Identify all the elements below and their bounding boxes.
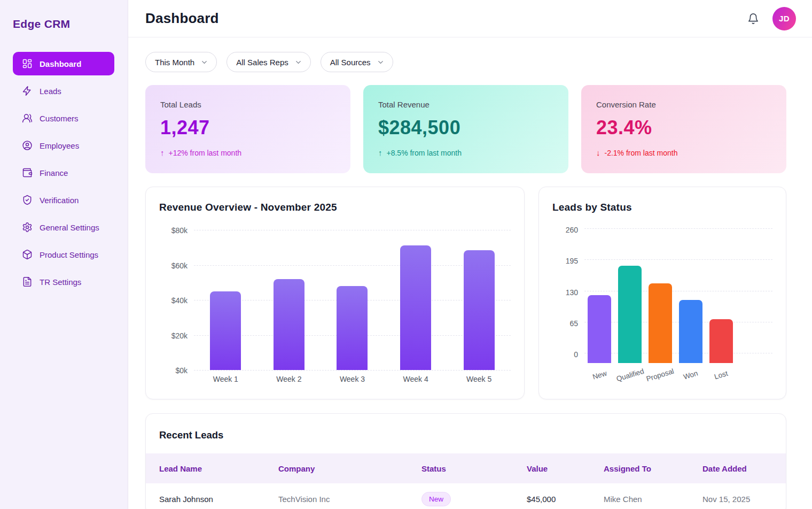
users-icon [22,113,33,124]
filter-label: All Sales Reps [236,58,288,67]
column-header-company: Company [278,464,421,473]
avatar[interactable]: JD [772,7,796,30]
y-axis: $80k$60k$40k$20k$0k [159,230,194,370]
wallet-icon [22,167,33,178]
revenue-bar-week-4 [400,245,431,370]
file-text-icon [22,276,33,287]
sidebar-item-label: Product Settings [40,250,98,259]
y-tick-label: $80k [171,226,188,235]
sidebar-item-label: Verification [40,196,79,205]
x-axis-label: Lost [706,371,736,379]
stat-value: 1,247 [160,116,335,140]
filter-bar: This MonthAll Sales RepsAll Sources [145,52,786,72]
y-tick-label: $20k [171,331,188,341]
charts-row: Revenue Overview - November 2025 $80k$60… [145,187,786,399]
trend-down-arrow-icon: ↓ [596,148,600,157]
x-axis-label: Proposal [645,371,676,379]
table-row[interactable]: Sarah JohnsonTechVision IncNew$45,000Mik… [146,483,786,509]
filter-label: All Sources [330,58,371,67]
trend-text: +8.5% from last month [387,149,462,157]
revenue-bar-week-5 [464,250,495,370]
column-header-assigned-to: Assigned To [604,464,702,473]
trend-up-arrow-icon: ↑ [378,148,382,157]
y-tick-label: $40k [171,296,188,305]
x-axis-label: Week 4 [384,375,448,383]
filter-this-month[interactable]: This Month [145,52,217,72]
y-tick-label: 195 [566,256,578,266]
gridline [194,370,511,371]
stat-value: $284,500 [378,116,553,140]
sidebar-item-general-settings[interactable]: General Settings [13,215,114,239]
plot-area [584,228,772,363]
recent-leads-title: Recent Leads [159,429,772,442]
user-circle-icon [22,140,33,151]
sidebar-nav: DashboardLeadsCustomersEmployeesFinanceV… [13,52,114,294]
stat-label: Total Revenue [378,100,553,110]
x-axis-label: Week 3 [321,375,384,383]
dashboard-content: This MonthAll Sales RepsAll Sources Tota… [128,37,812,509]
stat-cards: Total Leads1,247↑+12% from last monthTot… [145,85,786,173]
brand-logo: Edge CRM [0,17,128,31]
app-window: Edge CRM DashboardLeadsCustomersEmployee… [0,0,812,509]
stat-label: Total Leads [160,100,335,110]
revenue-bar-week-3 [337,286,368,370]
status-bar-new [588,295,611,363]
shield-check-icon [22,195,33,205]
sidebar-item-finance[interactable]: Finance [13,161,114,184]
sidebar-item-label: Leads [40,87,61,96]
revenue-chart: $80k$60k$40k$20k$0kWeek 1Week 2Week 3Wee… [159,230,511,383]
revenue-bar-week-2 [274,279,304,370]
sidebar-item-employees[interactable]: Employees [13,134,114,157]
cell-status: New [421,492,527,506]
recent-leads-card: Recent Leads Lead NameCompanyStatusValue… [145,413,786,509]
sidebar-item-leads[interactable]: Leads [13,79,114,103]
status-bar-proposal [649,283,672,363]
sidebar-item-customers[interactable]: Customers [13,106,114,130]
cell-assigned-to: Mike Chen [604,495,702,504]
cell-lead-name: Sarah Johnson [159,495,278,504]
x-axis: Week 1Week 2Week 3Week 4Week 5 [194,375,511,383]
stat-trend: ↓-2.1% from last month [596,148,771,157]
zap-icon [22,86,33,96]
bell-icon [747,13,759,25]
x-axis-label: Week 5 [447,375,511,383]
header-actions: JD [747,7,796,30]
stat-trend: ↑+12% from last month [160,148,335,157]
revenue-chart-title: Revenue Overview - November 2025 [159,201,511,214]
stat-card-total-leads: Total Leads1,247↑+12% from last month [145,85,350,173]
y-tick-label: $60k [171,261,188,271]
filter-all-sales-reps[interactable]: All Sales Reps [227,52,311,72]
leads-status-chart: 260195130650NewQualifiedProposalWonLost [552,228,772,379]
status-bar-lost [709,319,733,363]
status-bar-won [679,300,702,363]
sidebar-item-product-settings[interactable]: Product Settings [13,243,114,266]
filter-label: This Month [155,58,194,67]
stat-card-total-revenue: Total Revenue$284,500↑+8.5% from last mo… [363,85,568,173]
table-header-row: Lead NameCompanyStatusValueAssigned ToDa… [146,453,786,483]
sidebar-item-label: Customers [40,114,79,123]
chevron-down-icon [200,58,208,66]
package-icon [22,249,33,260]
chevron-down-icon [377,58,385,66]
cell-company: TechVision Inc [278,495,421,504]
y-tick-label: 130 [566,288,578,297]
revenue-chart-card: Revenue Overview - November 2025 $80k$60… [145,187,525,399]
leads-status-chart-card: Leads by Status 260195130650NewQualified… [538,187,786,399]
filter-all-sources[interactable]: All Sources [321,52,393,72]
chevron-down-icon [294,58,302,66]
trend-text: +12% from last month [169,149,242,157]
header: Dashboard JD [128,0,812,37]
y-tick-label: 65 [569,319,578,328]
revenue-bar-week-1 [210,291,241,370]
sidebar-item-dashboard[interactable]: Dashboard [13,52,114,75]
notifications-button[interactable] [747,13,759,25]
status-bar-qualified [618,266,642,363]
column-header-date-added: Date Added [702,464,772,473]
column-header-status: Status [421,464,527,473]
column-header-lead-name: Lead Name [159,464,278,473]
y-tick-label: 0 [574,350,578,359]
sidebar-item-tr-settings[interactable]: TR Settings [13,270,114,294]
y-tick-label: $0k [175,366,188,375]
sidebar-item-verification[interactable]: Verification [13,188,114,212]
sidebar: Edge CRM DashboardLeadsCustomersEmployee… [0,0,128,509]
